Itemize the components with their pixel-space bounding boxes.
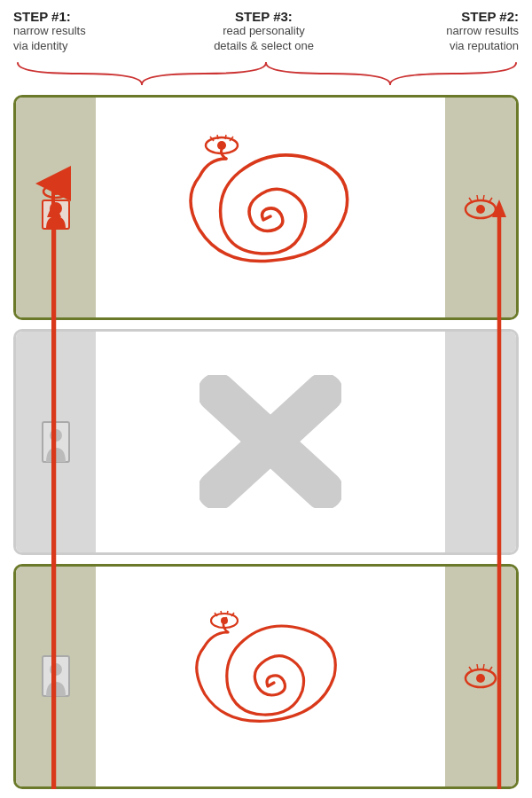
svg-line-11 xyxy=(217,135,218,139)
snail-top-svg xyxy=(155,128,386,287)
page: STEP #1: narrow resultsvia identity STEP… xyxy=(0,0,532,798)
card-bottom xyxy=(13,564,519,789)
card-middle-right xyxy=(445,332,516,552)
eye-icon-bottom-right xyxy=(458,659,503,694)
svg-line-29 xyxy=(221,611,222,614)
card-middle xyxy=(13,329,519,554)
card-middle-left xyxy=(16,332,96,552)
card-bottom-right xyxy=(445,567,516,786)
eye-person-icon-top xyxy=(34,183,78,231)
svg-line-3 xyxy=(52,183,53,185)
snail-bottom-svg xyxy=(164,598,377,754)
step1-sub: narrow resultsvia identity xyxy=(13,24,146,54)
card-top-right xyxy=(445,98,516,317)
steps-header: STEP #1: narrow resultsvia identity STEP… xyxy=(13,9,519,54)
card-bottom-left xyxy=(16,567,96,786)
card-top xyxy=(13,95,519,320)
svg-line-30 xyxy=(227,611,228,614)
step3-sub: read personalitydetails & select one xyxy=(182,24,346,54)
eye-icon-top-right xyxy=(458,190,503,225)
svg-point-21 xyxy=(50,429,62,442)
card-top-center xyxy=(96,98,445,317)
step1-block: STEP #1: narrow resultsvia identity xyxy=(13,9,146,54)
svg-line-4 xyxy=(59,183,59,185)
svg-point-1 xyxy=(52,188,59,195)
person-icon-middle xyxy=(34,418,78,466)
svg-line-17 xyxy=(477,195,478,200)
svg-line-12 xyxy=(225,135,226,139)
svg-line-35 xyxy=(477,664,478,669)
svg-line-36 xyxy=(483,664,484,669)
svg-point-33 xyxy=(476,674,485,683)
step1-title: STEP #1: xyxy=(13,9,146,24)
step2-block: STEP #2: narrow resultsvia reputation xyxy=(381,9,519,54)
card-bottom-center xyxy=(96,567,445,786)
svg-point-25 xyxy=(50,663,62,676)
card-top-left xyxy=(16,98,96,317)
card-middle-center xyxy=(96,332,445,552)
svg-point-7 xyxy=(50,202,62,215)
step2-sub: narrow resultsvia reputation xyxy=(381,24,519,54)
step3-block: STEP #3: read personalitydetails & selec… xyxy=(182,9,346,54)
braces-svg xyxy=(13,61,519,88)
cards-container xyxy=(13,95,519,789)
braces-row xyxy=(13,61,519,88)
svg-point-15 xyxy=(476,205,485,214)
person-icon-bottom xyxy=(34,652,78,700)
step2-title: STEP #2: xyxy=(381,9,519,24)
step3-title: STEP #3: xyxy=(182,9,346,24)
cross-svg xyxy=(200,375,341,508)
svg-line-18 xyxy=(483,195,484,200)
